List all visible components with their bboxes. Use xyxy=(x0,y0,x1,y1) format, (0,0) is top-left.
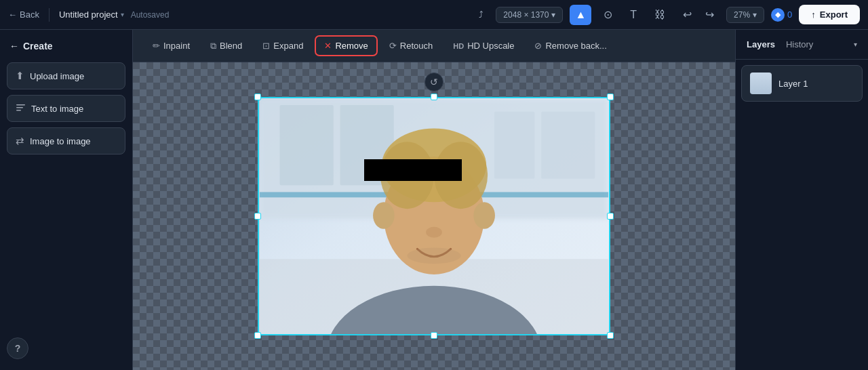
back-label: Back xyxy=(20,9,39,20)
dimensions-display[interactable]: 2048 × 1370 ▾ xyxy=(496,7,563,23)
svg-point-20 xyxy=(407,247,460,264)
handle-top-middle[interactable] xyxy=(431,94,437,100)
link-tool-button[interactable]: ⛓ xyxy=(649,5,671,25)
dims-chevron-icon: ▾ xyxy=(551,10,555,20)
zoom-value: 27% xyxy=(734,10,750,20)
expand-button[interactable]: ⊡ Expand xyxy=(254,36,312,56)
export-button[interactable]: ↑ Export xyxy=(799,5,860,24)
export-arrow-icon: ↑ xyxy=(811,9,816,20)
handle-middle-left[interactable] xyxy=(254,213,261,220)
svg-rect-0 xyxy=(16,104,25,106)
hd-upscale-icon: HD xyxy=(453,42,464,50)
retouch-icon: ⟳ xyxy=(389,41,397,51)
layer-thumbnail xyxy=(750,73,772,94)
sidebar-title: Create xyxy=(23,41,53,52)
handle-middle-right[interactable] xyxy=(607,213,614,220)
retouch-button[interactable]: ⟳ Retouch xyxy=(380,36,441,56)
svg-point-18 xyxy=(473,202,495,229)
remove-button[interactable]: ✕ Remove xyxy=(315,35,377,56)
tabs-arrow-icon[interactable]: ▾ xyxy=(854,41,857,48)
back-arrow-icon: ← xyxy=(8,9,17,20)
blend-icon: ⧉ xyxy=(210,41,216,52)
blend-button[interactable]: ⧉ Blend xyxy=(201,36,251,56)
remove-background-icon: ⊘ xyxy=(534,41,542,51)
help-icon: ? xyxy=(15,343,21,354)
tab-layers[interactable]: Layers xyxy=(747,38,775,51)
help-button[interactable]: ? xyxy=(7,337,28,359)
canvas-wrapper[interactable]: ↺ xyxy=(133,62,735,370)
upload-image-button[interactable]: ⬆ Upload image xyxy=(7,62,125,89)
layer-thumb-content xyxy=(750,73,772,94)
main-layout: ← Create ⬆ Upload image Text to image ⇄ … xyxy=(0,30,868,370)
sidebar-header: ← Create xyxy=(7,41,125,52)
zoom-display[interactable]: 27% ▾ xyxy=(726,7,764,23)
right-tabs: Layers History xyxy=(747,38,813,51)
upload-tool-button[interactable]: ⤴ xyxy=(473,5,489,24)
dimensions-value: 2048 × 1370 xyxy=(503,10,549,20)
eye-censor-bar xyxy=(364,159,462,180)
text-to-image-button[interactable]: Text to image xyxy=(7,95,125,122)
remove-background-label: Remove back... xyxy=(545,41,606,51)
image-to-image-button[interactable]: ⇄ Image to image xyxy=(7,127,125,155)
tab-history[interactable]: History xyxy=(786,38,813,51)
canvas-container[interactable]: ↺ xyxy=(258,97,610,335)
redo-button[interactable]: ↪ xyxy=(700,4,719,25)
project-title[interactable]: Untitled project xyxy=(59,9,118,20)
refresh-icon: ↺ xyxy=(430,77,438,87)
svg-rect-2 xyxy=(16,110,21,111)
credits-display: ◆ 0 xyxy=(771,8,792,22)
back-create-icon: ← xyxy=(9,41,19,52)
remove-background-button[interactable]: ⊘ Remove back... xyxy=(526,36,615,56)
canvas-image xyxy=(258,97,610,335)
handle-bottom-middle[interactable] xyxy=(431,332,437,339)
refresh-button[interactable]: ↺ xyxy=(425,73,443,91)
upload-image-label: Upload image xyxy=(30,71,84,81)
export-label: Export xyxy=(820,9,848,20)
text-to-image-label: Text to image xyxy=(31,104,83,114)
topbar: ← Back Untitled project ▾ Autosaved ⤴ 20… xyxy=(0,0,868,30)
text-to-image-icon xyxy=(16,102,26,115)
text-tool-button[interactable]: T xyxy=(625,5,642,25)
right-sidebar: Layers History ▾ Layer 1 xyxy=(735,30,868,370)
left-sidebar: ← Create ⬆ Upload image Text to image ⇄ … xyxy=(0,30,133,370)
canvas-area: ✏ Inpaint ⧉ Blend ⊡ Expand ✕ Remove ⟳ Re… xyxy=(133,30,735,370)
credits-icon: ◆ xyxy=(771,8,785,22)
svg-rect-7 xyxy=(494,112,534,179)
project-title-group: Untitled project ▾ xyxy=(59,9,124,20)
svg-rect-1 xyxy=(16,107,23,108)
inpaint-icon: ✏ xyxy=(153,41,160,51)
retouch-label: Retouch xyxy=(400,41,433,51)
title-chevron-icon[interactable]: ▾ xyxy=(121,11,124,18)
select-tool-button[interactable]: ▲ xyxy=(570,5,591,25)
svg-point-19 xyxy=(426,227,442,238)
undo-button[interactable]: ↩ xyxy=(677,4,697,25)
inpaint-label: Inpaint xyxy=(163,41,190,51)
svg-rect-5 xyxy=(280,105,334,186)
handle-top-left[interactable] xyxy=(254,94,261,100)
image-to-image-label: Image to image xyxy=(30,136,91,146)
layer-item[interactable]: Layer 1 xyxy=(741,65,863,102)
handle-bottom-left[interactable] xyxy=(254,332,261,339)
handle-bottom-right[interactable] xyxy=(607,332,614,339)
right-sidebar-header: Layers History ▾ xyxy=(736,30,868,60)
expand-label: Expand xyxy=(273,41,303,51)
autosaved-label: Autosaved xyxy=(131,10,170,20)
toolbar: ✏ Inpaint ⧉ Blend ⊡ Expand ✕ Remove ⟳ Re… xyxy=(133,30,735,62)
tab-divider xyxy=(778,38,783,51)
expand-icon: ⊡ xyxy=(262,41,270,51)
hd-upscale-button[interactable]: HD HD Upscale xyxy=(444,36,523,56)
svg-rect-8 xyxy=(541,112,595,179)
zoom-chevron-icon: ▾ xyxy=(753,10,757,20)
handle-top-right[interactable] xyxy=(607,94,614,100)
lasso-tool-button[interactable]: ⊙ xyxy=(598,4,618,25)
inpaint-button[interactable]: ✏ Inpaint xyxy=(144,36,199,56)
svg-point-17 xyxy=(373,202,395,229)
back-button[interactable]: ← Back xyxy=(8,9,39,20)
credits-value: 0 xyxy=(787,9,792,20)
person-scene-svg xyxy=(259,98,609,334)
remove-label: Remove xyxy=(335,41,368,51)
upload-image-icon: ⬆ xyxy=(16,70,24,82)
image-to-image-icon: ⇄ xyxy=(16,135,24,147)
blend-label: Blend xyxy=(220,41,242,51)
hd-upscale-label: HD Upscale xyxy=(467,41,514,51)
